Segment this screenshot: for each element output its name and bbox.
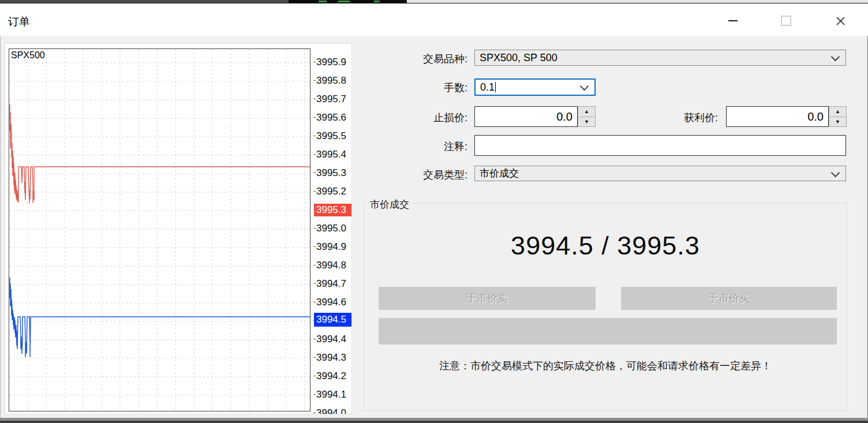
spin-up-icon[interactable]: ▲ <box>829 107 846 117</box>
axis-tickmark <box>313 302 316 302</box>
close-icon <box>836 16 845 26</box>
buy-by-market-button[interactable]: 于市价买 <box>621 287 837 310</box>
axis-tickmark <box>313 357 316 358</box>
axis-tick: 3994.8 <box>316 260 352 271</box>
volume-input[interactable]: 0.1 <box>474 78 596 96</box>
axis-tickmark <box>313 62 316 62</box>
axis-tickmark <box>313 283 316 284</box>
axis-tick: 3995.3 <box>316 167 352 179</box>
order-type-dropdown[interactable]: 市价成交 <box>474 166 846 181</box>
axis-tickmark <box>313 173 316 173</box>
execution-note: 注意：市价交易模式下的实际成交价格，可能会和请求价格有一定差异！ <box>364 359 847 373</box>
window-title: 订单 <box>8 14 30 29</box>
axis-tick: 3994.0 <box>316 407 352 414</box>
axis-tickmark <box>313 191 316 192</box>
spin-up-icon[interactable]: ▲ <box>578 107 595 117</box>
background-strip-green-marks <box>319 1 327 2</box>
spin-down-icon[interactable]: ▼ <box>829 117 846 127</box>
order-dialog: 订单 SPX500 3995.93995.83995.73995.63995.5… <box>0 0 868 423</box>
chevron-down-icon <box>580 82 589 91</box>
axis-tickmark <box>313 265 316 265</box>
chevron-down-icon <box>831 168 840 177</box>
maximize-button <box>773 9 799 32</box>
background-window-bottom-strip-dark <box>0 421 868 423</box>
axis-tick: 3994.3 <box>316 352 352 364</box>
axis-tick: 3995.9 <box>316 57 352 68</box>
axis-tickmark <box>313 99 316 99</box>
tick-chart-panel: SPX500 3995.93995.83995.73995.63995.5399… <box>5 43 352 414</box>
axis-tick: 3995.5 <box>316 130 352 142</box>
order-type-value: 市价成交 <box>480 167 519 180</box>
symbol-dropdown[interactable]: SPX500, SP 500 <box>474 50 846 66</box>
axis-tickmark <box>313 394 316 395</box>
axis-tick: 3995.4 <box>316 149 352 160</box>
axis-tick: 3994.4 <box>316 334 352 345</box>
symbol-dropdown-value: SPX500, SP 500 <box>480 52 558 64</box>
volume-label: 手数: <box>364 81 467 95</box>
axis-tick: 3994.6 <box>316 297 352 308</box>
title-bar: 订单 <box>0 3 868 36</box>
chevron-down-icon <box>831 53 840 62</box>
order-type-label: 交易类型: <box>364 168 467 182</box>
disabled-action-bar <box>379 318 837 345</box>
minimize-button[interactable] <box>720 9 746 32</box>
close-button[interactable] <box>827 9 854 32</box>
volume-value: 0.1 <box>480 81 495 93</box>
axis-tick: 3995.2 <box>316 186 352 197</box>
axis-tick: 3995.8 <box>316 75 352 87</box>
axis-tickmark <box>313 117 316 118</box>
stop-loss-label: 止损价: <box>364 111 467 125</box>
price-axis: 3995.93995.83995.73995.63995.53995.43995… <box>5 44 352 414</box>
bid-price-badge: 3994.5 <box>314 313 352 327</box>
axis-tickmark <box>313 413 316 413</box>
take-profit-input[interactable]: 0.0 <box>726 106 829 127</box>
stop-loss-input[interactable]: 0.0 <box>474 106 578 127</box>
take-profit-spinner[interactable]: ▲ ▼ <box>829 106 847 127</box>
stop-loss-spinner[interactable]: ▲ ▼ <box>578 106 596 127</box>
text-caret <box>495 82 496 92</box>
background-strip-green-marks <box>374 1 380 2</box>
axis-tick: 3994.1 <box>316 389 352 400</box>
spin-down-icon[interactable]: ▼ <box>578 117 595 127</box>
maximize-icon <box>781 16 791 26</box>
symbol-label: 交易品种: <box>364 52 467 66</box>
axis-tick: 3995.7 <box>316 93 352 105</box>
axis-tickmark <box>313 376 316 376</box>
axis-tickmark <box>313 136 316 136</box>
axis-tickmark <box>313 246 316 247</box>
comment-label: 注释: <box>364 140 467 154</box>
take-profit-label: 获利价: <box>614 111 718 125</box>
ask-price-badge: 3995.3 <box>314 204 352 216</box>
groupbox-title: 市价成交 <box>367 198 412 211</box>
axis-tickmark <box>313 339 316 339</box>
axis-tick: 3995.6 <box>316 112 352 123</box>
axis-tick: 3994.9 <box>316 241 352 253</box>
comment-input[interactable] <box>474 135 846 156</box>
bid-ask-quote: 3994.5 / 3995.3 <box>364 231 847 261</box>
axis-tick: 3994.7 <box>316 278 352 290</box>
axis-tick: 3994.2 <box>316 370 352 382</box>
axis-tickmark <box>313 80 316 81</box>
axis-tickmark <box>313 154 316 155</box>
chart-symbol-label: SPX500 <box>11 50 46 61</box>
sell-by-market-button[interactable]: 于市价卖 <box>379 287 596 310</box>
background-strip-green-marks <box>338 1 350 2</box>
axis-tickmark <box>313 228 316 229</box>
minimize-icon <box>728 20 738 21</box>
axis-tick: 3995.0 <box>316 223 352 234</box>
